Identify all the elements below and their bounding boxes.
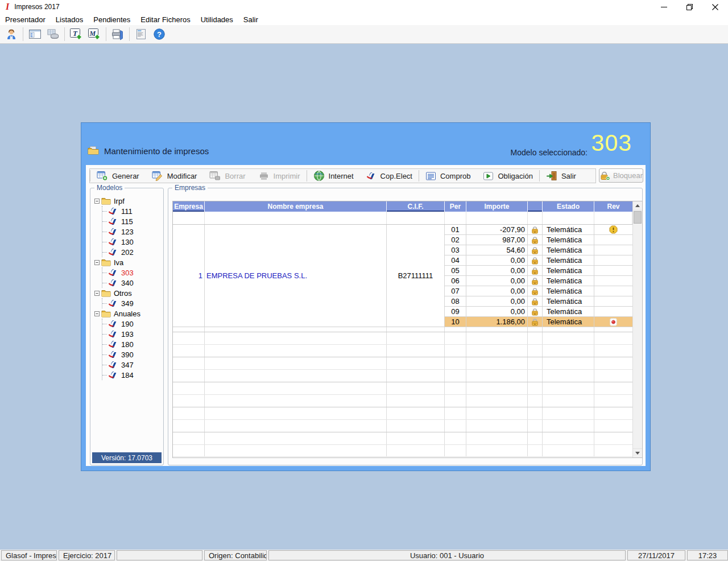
per-cell: 02 [445,235,466,245]
tree-model-193[interactable]: 193 [102,329,140,339]
expand-minus-icon[interactable] [94,199,100,204]
rev-cell [594,255,632,265]
restore-button[interactable] [677,0,702,14]
per-cell: 03 [445,245,466,255]
grid-header-rev[interactable]: Rev [594,201,632,212]
scroll-down-button[interactable] [633,448,642,457]
version-bar: Versión: 17.0703 [92,452,162,463]
tree-folder-otros[interactable]: Otros [94,288,140,298]
period-row-02[interactable]: 02987,00Telemática [445,235,632,245]
form-window-icon [28,28,42,40]
database-button[interactable] [44,26,62,42]
scroll-thumb[interactable] [634,211,642,224]
help-button[interactable]: ? [150,26,168,42]
grid-columns: EmpresaNombre empresaC.I.F.PerImporteEst… [173,201,632,457]
modificar-button[interactable]: Modificar [146,169,204,183]
tree-model-130[interactable]: 130 [102,237,140,247]
grid-header-row: EmpresaNombre empresaC.I.F.PerImporteEst… [173,201,632,212]
empty-grid-row [173,445,632,457]
tree-model-303[interactable]: 303 [102,267,140,278]
tree-model-123[interactable]: 123 [102,226,140,237]
tree-model-202[interactable]: 202 [102,247,140,257]
cop-elect-button[interactable]: Cop.Elect [360,169,419,183]
menu-item-listados[interactable]: Listados [51,15,88,24]
statusbar: Glasof - Impresos Ejercicio: 2017 Origen… [0,550,728,561]
salir-button[interactable]: Salir [540,169,582,183]
menu-item-editar-ficheros[interactable]: Editar Ficheros [135,15,195,24]
company-record[interactable]: 1 EMPRESA DE PRUEBAS S.L. B27111111 01-2… [173,225,632,327]
expand-minus-icon[interactable] [94,291,100,296]
report-button[interactable] [132,26,150,42]
restore-icon [686,4,693,10]
grid-header-empresa[interactable]: Empresa [173,201,205,212]
printer-button[interactable] [109,26,127,42]
aeat-icon [108,217,118,226]
grid-header-importe[interactable]: Importe [466,201,528,212]
period-row-04[interactable]: 040,00Telemática [445,255,632,266]
toolbar-separator [106,27,106,41]
status-date: 27/11/2017 [627,550,685,560]
add-m-model-icon: M [88,28,101,40]
tree-children-irpf: 111115123130202 [102,206,140,257]
tree-model-115[interactable]: 115 [102,216,140,226]
estado-cell: Telemática [543,255,594,265]
vertical-scrollbar[interactable] [632,201,642,457]
tree-model-340[interactable]: 340 [102,278,140,288]
status-origen: Origen: Contabilidad [204,550,267,560]
close-button[interactable] [702,0,728,14]
scroll-up-button[interactable] [633,201,642,211]
modelos-groupbox: Modelos Irpf111115123130202Iva303340Otro… [90,188,164,465]
tree-model-184[interactable]: 184 [102,370,140,380]
tree-model-190[interactable]: 190 [102,319,140,329]
grid-header-lock[interactable] [528,201,543,212]
grid-header-c-i-f[interactable]: C.I.F. [387,201,445,212]
form-window-button[interactable] [26,26,44,42]
expand-minus-icon[interactable] [94,311,100,316]
empty-grid-row [173,357,632,370]
tree-model-347[interactable]: 347 [102,360,140,370]
bloquear-icon [599,171,610,180]
importe-cell: 0,00 [466,276,528,286]
minimize-button[interactable] [651,0,677,14]
tree-model-111[interactable]: 111 [102,206,140,216]
expand-minus-icon[interactable] [94,260,100,265]
period-row-10[interactable]: 101.186,00Telemática [445,317,632,327]
tree-folder-anuales[interactable]: Anuales [94,308,140,319]
tree-model-349[interactable]: 349 [102,298,140,308]
presenter-user-button[interactable] [2,26,20,42]
comprob-button[interactable]: Comprob [419,169,477,183]
period-row-06[interactable]: 060,00Telemática [445,276,632,286]
grid-header-per[interactable]: Per [445,201,466,212]
tree-folder-iva[interactable]: Iva [94,257,140,267]
maintenance-folder-icon [88,146,99,155]
generar-button[interactable]: Generar [90,169,146,183]
period-row-07[interactable]: 070,00Telemática [445,286,632,296]
period-row-08[interactable]: 080,00Telemática [445,296,632,307]
internet-label: Internet [329,172,354,180]
menu-item-utilidades[interactable]: Utilidades [196,15,238,24]
obligaci-n-button[interactable]: Obligación [477,169,539,183]
presenter-user-icon [5,28,18,40]
importe-cell: 0,00 [466,266,528,275]
internet-button[interactable]: Internet [307,169,360,183]
obligaci-n-label: Obligación [498,172,532,180]
rev-cell [594,286,632,296]
menu-item-salir[interactable]: Salir [238,15,263,24]
menu-item-pendientes[interactable]: Pendientes [88,15,135,24]
add-m-model-button[interactable]: M [85,26,104,42]
aeat-icon [108,207,118,216]
period-row-09[interactable]: 090,00Telemática [445,307,632,317]
period-row-03[interactable]: 0354,60Telemática [445,245,632,255]
tree-folder-label: Anuales [114,310,140,318]
tree-model-180[interactable]: 180 [102,339,140,349]
grid-header-nombre-empresa[interactable]: Nombre empresa [205,201,387,212]
tree-folder-irpf[interactable]: Irpf [94,196,140,206]
toolbar-separator [64,27,65,41]
grid-header-estado[interactable]: Estado [543,201,594,212]
period-row-01[interactable]: 01-207,90Telemática [445,225,632,235]
tree-model-390[interactable]: 390 [102,349,140,360]
tree-model-label: 190 [121,320,134,328]
menu-item-presentador[interactable]: Presentador [0,15,51,24]
period-row-05[interactable]: 050,00Telemática [445,266,632,276]
add-t-model-button[interactable]: T [67,26,85,42]
